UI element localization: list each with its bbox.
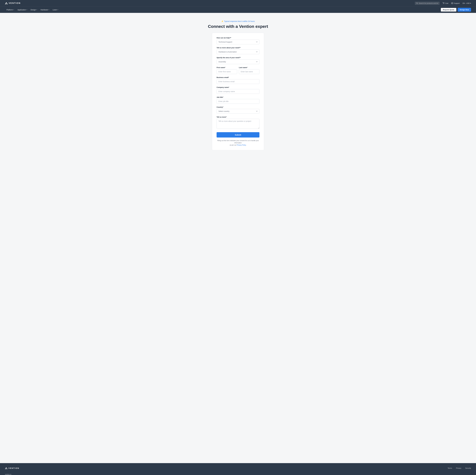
cart-icon — [442, 2, 444, 4]
country-label: Country* — [217, 106, 259, 108]
footer-domain: vention.io — [5, 474, 11, 475]
tell-us-more-textarea[interactable] — [217, 119, 259, 129]
platform-chevron-icon: ▾ — [13, 9, 14, 10]
company-name-group: Company name* — [217, 86, 259, 94]
application-chevron-icon: ▾ — [27, 9, 27, 10]
nav-item-design[interactable]: Design ▾ — [29, 8, 39, 12]
name-row: First name* Last name* — [217, 66, 259, 74]
consent-text-1: Filling out this form indicates your con… — [217, 140, 259, 144]
cart-button[interactable]: Cart — [442, 2, 448, 4]
page-title: Connect with a Vention expert — [208, 24, 268, 29]
form-card: How can we help?* Technical Support Sale… — [212, 33, 264, 150]
specify-area-group: Specify the area of your need?* Assembly… — [217, 57, 259, 64]
response-badge: ⚡ Typical response time is within 24 hou… — [221, 20, 255, 22]
how-can-we-help-select[interactable]: Technical Support Sales Partnership Othe… — [217, 40, 259, 44]
specify-area-label: Specify the area of your need?* — [217, 57, 259, 59]
navbar: Platform ▾ Application ▾ Design ▾ Hardwa… — [0, 6, 476, 13]
footer-privacy-link[interactable]: Privacy — [456, 467, 461, 469]
request-quote-button[interactable]: Request Quote — [441, 8, 456, 12]
job-title-input[interactable] — [217, 99, 259, 104]
footer: VENTION Terms Privacy Security vention.i… — [0, 463, 476, 475]
how-can-we-help-group: How can we help?* Technical Support Sale… — [217, 37, 259, 44]
country-group: Country* Select country United States Ca… — [217, 106, 259, 114]
svg-rect-3 — [451, 3, 453, 4]
lang-selector[interactable]: EN - USD ▾ — [463, 2, 471, 4]
search-bar[interactable] — [415, 2, 440, 5]
search-input[interactable] — [419, 2, 438, 4]
nav-buttons: Request Quote Design Now — [441, 8, 471, 12]
logo-text: VENTION — [9, 2, 21, 4]
footer-security-link[interactable]: Security — [465, 467, 471, 469]
footer-links: Terms Privacy Security — [448, 467, 471, 469]
nav-learn-label: Learn — [53, 9, 57, 11]
consent-text-2: as per our — [230, 144, 236, 146]
last-name-label: Last name* — [239, 66, 259, 68]
last-name-input[interactable] — [239, 69, 259, 74]
nav-hardware-label: Hardware — [40, 9, 48, 11]
job-title-label: Job title* — [217, 96, 259, 98]
business-email-group: Business email* — [217, 77, 259, 84]
first-name-input[interactable] — [217, 69, 237, 74]
support-label: Support — [454, 2, 460, 4]
nav-platform-label: Platform — [6, 9, 13, 11]
footer-logo-icon — [5, 467, 7, 469]
design-now-button[interactable]: Design Now — [458, 8, 471, 12]
cart-label: Cart — [445, 2, 448, 4]
header-right: Cart Support EN - USD ▾ — [415, 2, 471, 5]
footer-logo[interactable]: VENTION — [5, 467, 19, 469]
nav-links: Platform ▾ Application ▾ Design ▾ Hardwa… — [5, 8, 60, 12]
lang-chevron-icon: ▾ — [470, 2, 471, 4]
last-name-group: Last name* — [239, 66, 259, 74]
business-email-input[interactable] — [217, 79, 259, 84]
tell-us-more-need-label: Tell us more about your need?* — [217, 47, 259, 49]
hardware-chevron-icon: ▾ — [49, 9, 49, 10]
footer-logo-text: VENTION — [8, 467, 19, 469]
svg-point-2 — [444, 4, 444, 4]
nav-item-hardware[interactable]: Hardware ▾ — [39, 8, 51, 12]
nav-item-learn[interactable]: Learn ▾ — [51, 8, 60, 12]
tell-us-more-field-label: Tell us more* — [217, 116, 259, 118]
tell-us-more-need-group: Tell us more about your need?* Hardware … — [217, 47, 259, 54]
search-icon — [416, 2, 418, 4]
main-content: ⚡ Typical response time is within 24 hou… — [0, 13, 476, 463]
logo-icon — [5, 2, 8, 4]
consent-text: Filling out this form indicates your con… — [217, 139, 259, 146]
logo[interactable]: VENTION — [5, 2, 21, 4]
submit-button[interactable]: Submit — [217, 132, 259, 137]
privacy-policy-link[interactable]: Privacy Policy. — [237, 144, 246, 146]
nav-design-label: Design — [31, 9, 36, 11]
footer-terms-link[interactable]: Terms — [448, 467, 452, 469]
svg-point-1 — [443, 4, 443, 4]
job-title-group: Job title* — [217, 96, 259, 104]
learn-chevron-icon: ▾ — [58, 9, 58, 10]
support-button[interactable]: Support — [451, 2, 460, 4]
company-name-label: Company name* — [217, 86, 259, 88]
specify-area-select[interactable]: Assembly Integration Maintenance — [217, 59, 259, 64]
business-email-label: Business email* — [217, 77, 259, 78]
tell-us-more-need-select[interactable]: Hardware & Automation Software Services — [217, 49, 259, 54]
nav-item-application[interactable]: Application ▾ — [16, 8, 29, 12]
footer-bottom: vention.io — [0, 473, 476, 475]
bolt-icon: ⚡ — [221, 20, 223, 22]
nav-application-label: Application — [17, 9, 26, 11]
first-name-label: First name* — [217, 66, 237, 68]
tell-us-more-field-group: Tell us more* — [217, 116, 259, 129]
how-can-we-help-label: How can we help?* — [217, 37, 259, 39]
company-name-input[interactable] — [217, 89, 259, 94]
response-badge-text: Typical response time is within 24 hours — [224, 20, 255, 22]
support-icon — [451, 2, 453, 4]
lang-label: EN - USD — [463, 2, 470, 4]
country-select[interactable]: Select country United States Canada Unit… — [217, 109, 259, 114]
header-top: VENTION Cart Support EN - USD — [0, 0, 476, 6]
nav-item-platform[interactable]: Platform ▾ — [5, 8, 16, 12]
design-chevron-icon: ▾ — [36, 9, 37, 10]
footer-main: VENTION Terms Privacy Security — [0, 463, 476, 473]
first-name-group: First name* — [217, 66, 237, 74]
